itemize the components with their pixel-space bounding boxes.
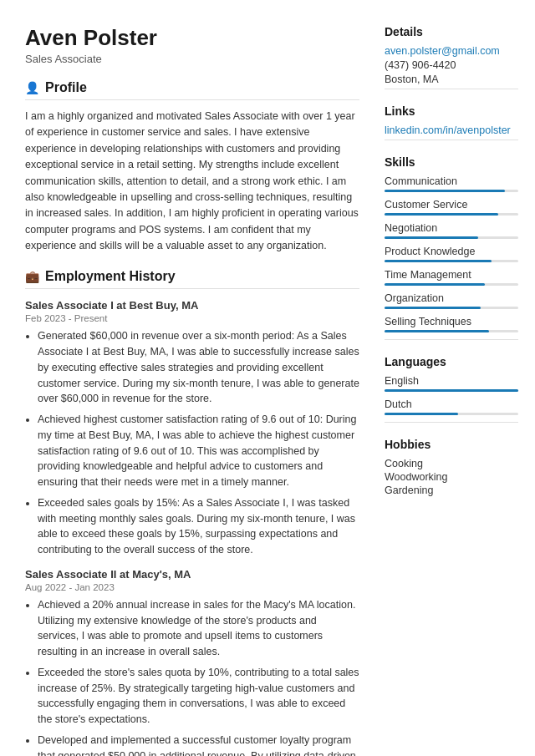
hobbies-list: CookingWoodworkingGardening [385, 458, 518, 496]
skill-name: Product Knowledge [385, 246, 518, 257]
languages-section-label: Languages [385, 355, 518, 368]
skill-bar-fill [385, 260, 492, 262]
languages-divider [385, 339, 518, 340]
language-name: English [385, 375, 518, 387]
skill-bar-fill [385, 330, 489, 332]
skill-name: Negotiation [385, 222, 518, 234]
details-section-label: Details [385, 25, 518, 38]
skill-item: Organization [385, 292, 518, 309]
skill-bar-bg [385, 213, 518, 216]
skill-name: Selling Techniques [385, 316, 518, 327]
language-item: Dutch [385, 398, 518, 415]
profile-section-header: 👤 Profile [25, 80, 359, 100]
skill-bar-fill [385, 213, 498, 216]
job-dates-1: Aug 2022 - Jan 2023 [25, 582, 359, 592]
skill-bar-bg [385, 283, 518, 286]
employment-icon: 💼 [25, 270, 39, 283]
job-title-0: Sales Associate I at Best Buy, MA [25, 299, 359, 312]
skill-bar-bg [385, 330, 518, 332]
resume-page: Aven Polster Sales Associate 👤 Profile I… [0, 0, 535, 756]
skill-item: Time Management [385, 269, 518, 286]
skill-bar-bg [385, 236, 518, 239]
skill-bar-fill [385, 307, 481, 309]
language-bar-fill [385, 413, 458, 415]
list-item: Generated $60,000 in revenue over a six-… [38, 328, 359, 407]
language-item: English [385, 375, 518, 392]
list-item: Exceeded sales goals by 15%: As a Sales … [38, 495, 359, 558]
skill-bar-fill [385, 236, 478, 239]
job-title-1: Sales Associate II at Macy's, MA [25, 568, 359, 581]
language-bar-fill [385, 389, 518, 392]
skill-item: Product Knowledge [385, 246, 518, 262]
employment-section-header: 💼 Employment History [25, 269, 359, 289]
skill-bar-bg [385, 260, 518, 262]
language-name: Dutch [385, 398, 518, 410]
hobbies-divider [385, 422, 518, 423]
job-bullets-0: Generated $60,000 in revenue over a six-… [25, 328, 359, 558]
skill-bar-fill [385, 190, 505, 192]
skill-bar-bg [385, 307, 518, 309]
hobby-item: Cooking [385, 458, 518, 469]
skill-name: Communication [385, 175, 518, 187]
employment-section-label: Employment History [45, 269, 176, 284]
list-item: Achieved highest customer satisfaction r… [38, 412, 359, 490]
phone-text: (437) 906-4420 [385, 59, 518, 71]
profile-icon: 👤 [25, 81, 39, 94]
skills-section-label: Skills [385, 155, 518, 169]
right-column: Details aven.polster@gmail.com (437) 906… [376, 25, 535, 756]
skill-name: Customer Service [385, 199, 518, 211]
languages-list: English Dutch [385, 375, 518, 415]
linkedin-link[interactable]: linkedin.com/in/avenpolster [385, 124, 518, 136]
email-link[interactable]: aven.polster@gmail.com [385, 45, 518, 57]
skills-list: Communication Customer Service Negotiati… [385, 175, 518, 332]
candidate-job-title: Sales Associate [25, 53, 359, 65]
list-item: Exceeded the store's sales quota by 10%,… [38, 665, 359, 728]
hobby-item: Woodworking [385, 471, 518, 483]
list-item: Developed and implemented a successful c… [38, 733, 359, 756]
language-bar-bg [385, 413, 518, 415]
links-divider [385, 89, 518, 89]
skill-item: Customer Service [385, 199, 518, 216]
skill-bar-fill [385, 283, 485, 286]
skill-name: Time Management [385, 269, 518, 281]
location-text: Boston, MA [385, 74, 518, 85]
job-dates-0: Feb 2023 - Present [25, 313, 359, 323]
hobbies-section-label: Hobbies [385, 438, 518, 451]
profile-section-label: Profile [45, 80, 87, 95]
links-section-label: Links [385, 104, 518, 118]
candidate-name: Aven Polster [25, 25, 359, 51]
skills-divider [385, 140, 518, 140]
skill-bar-bg [385, 190, 518, 192]
list-item: Achieved a 20% annual increase in sales … [38, 597, 359, 660]
skill-item: Communication [385, 175, 518, 192]
left-column: Aven Polster Sales Associate 👤 Profile I… [0, 25, 376, 756]
skill-item: Selling Techniques [385, 316, 518, 332]
skill-name: Organization [385, 292, 518, 304]
skill-item: Negotiation [385, 222, 518, 239]
hobby-item: Gardening [385, 485, 518, 496]
job-bullets-1: Achieved a 20% annual increase in sales … [25, 597, 359, 756]
profile-text: I am a highly organized and motivated Sa… [25, 109, 359, 254]
language-bar-bg [385, 389, 518, 392]
